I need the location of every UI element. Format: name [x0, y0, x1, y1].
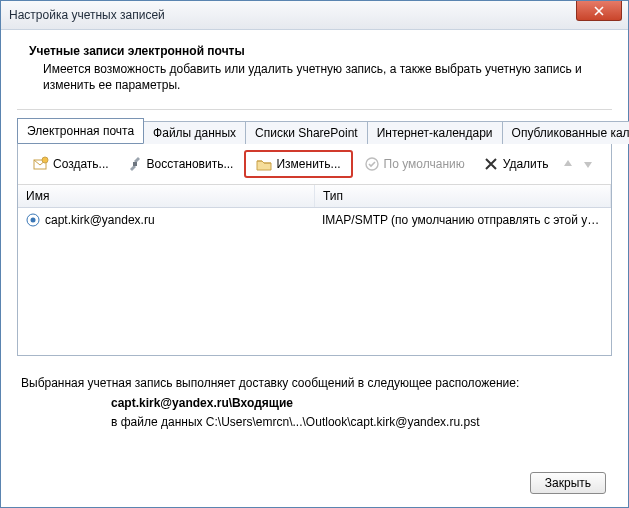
move-up-button [560, 156, 576, 172]
svg-point-5 [31, 218, 36, 223]
svg-rect-2 [133, 162, 137, 166]
delete-button[interactable]: Удалить [476, 152, 556, 176]
tab-label: Электронная почта [27, 124, 134, 138]
titlebar: Настройка учетных записей [1, 1, 628, 30]
header-description: Имеется возможность добавить или удалить… [29, 61, 600, 93]
move-down-button [580, 156, 596, 172]
accounts-panel: Создать... Восстановить... Изменить... П… [17, 143, 612, 356]
folder-edit-icon [256, 156, 272, 172]
tools-icon [127, 156, 143, 172]
button-label: Создать... [53, 157, 109, 171]
dialog-body: Учетные записи электронной почты Имеется… [1, 30, 628, 508]
toolbar: Создать... Восстановить... Изменить... П… [18, 144, 611, 185]
tab-label: Списки SharePoint [255, 126, 358, 140]
tabstrip: Электронная почта Файлы данных Списки Sh… [17, 118, 612, 143]
svg-point-1 [42, 157, 48, 163]
arrow-up-icon [562, 158, 574, 170]
restore-button[interactable]: Восстановить... [120, 152, 241, 176]
accounts-list[interactable]: Имя Тип capt.kirk@yandex.ru IMAP/SMTP (п… [18, 185, 611, 355]
list-header: Имя Тип [18, 185, 611, 208]
tab-sharepoint[interactable]: Списки SharePoint [245, 121, 368, 144]
account-name: capt.kirk@yandex.ru [45, 213, 155, 227]
tab-published-calendars[interactable]: Опубликованные календари [502, 121, 629, 144]
cell-type: IMAP/SMTP (по умолчанию отправлять с это… [314, 211, 611, 229]
close-button[interactable]: Закрыть [530, 472, 606, 494]
tab-data-files[interactable]: Файлы данных [143, 121, 246, 144]
check-circle-icon [364, 156, 380, 172]
tab-label: Опубликованные календари [512, 126, 629, 140]
list-row[interactable]: capt.kirk@yandex.ru IMAP/SMTP (по умолча… [18, 208, 611, 232]
header-block: Учетные записи электронной почты Имеется… [17, 44, 612, 105]
cell-name: capt.kirk@yandex.ru [18, 211, 314, 229]
tab-label: Файлы данных [153, 126, 236, 140]
tab-email[interactable]: Электронная почта [17, 118, 144, 143]
tab-label: Интернет-календари [377, 126, 493, 140]
dialog-window: Настройка учетных записей Учетные записи… [0, 0, 629, 508]
button-label: Восстановить... [147, 157, 234, 171]
separator [17, 109, 612, 110]
button-label: Изменить... [276, 157, 340, 171]
column-type[interactable]: Тип [315, 185, 611, 207]
column-name[interactable]: Имя [18, 185, 315, 207]
delivery-target: capt.kirk@yandex.ru\Входящие [21, 394, 608, 413]
window-title: Настройка учетных записей [9, 8, 165, 22]
button-row: Закрыть [17, 464, 612, 496]
create-button[interactable]: Создать... [26, 152, 116, 176]
delivery-path: в файле данных C:\Users\emrcn\...\Outloo… [21, 413, 608, 432]
edit-button[interactable]: Изменить... [244, 150, 352, 178]
button-label: По умолчанию [384, 157, 465, 171]
delivery-info: Выбранная учетная запись выполняет доста… [17, 374, 612, 432]
account-icon [26, 213, 40, 227]
arrow-down-icon [582, 158, 594, 170]
delete-icon [483, 156, 499, 172]
header-title: Учетные записи электронной почты [29, 44, 600, 58]
button-label: Удалить [503, 157, 549, 171]
new-mail-icon [33, 156, 49, 172]
close-icon [594, 6, 604, 16]
set-default-button: По умолчанию [357, 152, 472, 176]
button-label: Закрыть [545, 476, 591, 490]
window-close-button[interactable] [576, 1, 622, 21]
tab-internet-calendars[interactable]: Интернет-календари [367, 121, 503, 144]
delivery-intro: Выбранная учетная запись выполняет доста… [21, 374, 608, 393]
